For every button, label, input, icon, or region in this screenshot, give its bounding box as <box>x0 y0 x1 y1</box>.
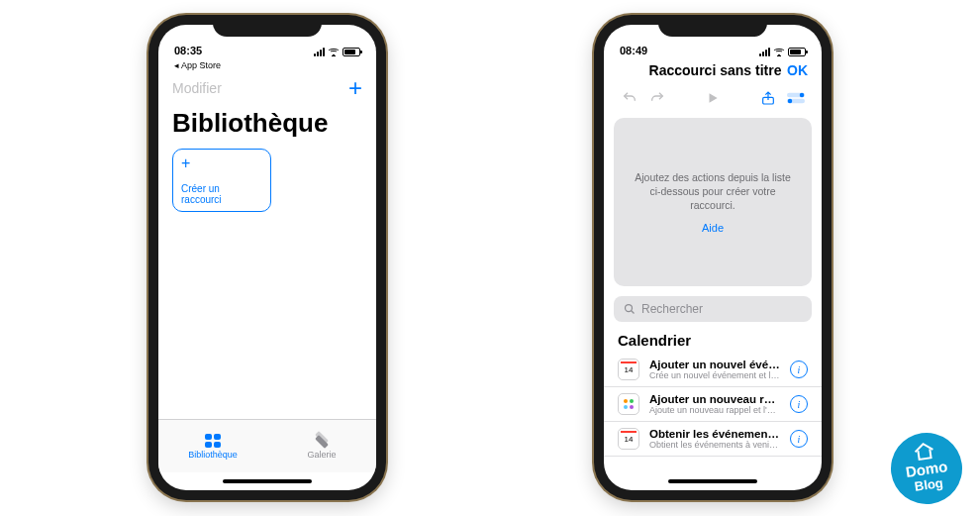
edit-button[interactable]: Modifier <box>172 80 222 96</box>
svg-point-2 <box>800 93 805 98</box>
back-to-app-store[interactable]: ◂ App Store <box>158 58 376 70</box>
svg-point-4 <box>788 99 793 104</box>
action-row[interactable]: 14 Ajouter un nouvel événement Crée un n… <box>604 353 822 387</box>
grid-icon <box>205 434 221 448</box>
action-row[interactable]: 14 Obtenir les événements à venir Obtien… <box>604 422 822 457</box>
stack-icon <box>314 434 330 448</box>
search-placeholder: Rechercher <box>641 302 703 316</box>
tab-library-label: Bibliothèque <box>188 450 238 460</box>
tab-gallery-label: Galerie <box>307 450 336 460</box>
search-icon <box>624 303 636 315</box>
wifi-icon <box>328 48 340 56</box>
empty-canvas: Ajoutez des actions depuis la liste ci-d… <box>614 118 812 286</box>
signal-icon <box>314 48 325 56</box>
search-input[interactable]: Rechercher <box>614 296 812 322</box>
signal-icon <box>759 48 770 56</box>
info-button[interactable]: i <box>790 395 808 413</box>
tab-gallery[interactable]: Galerie <box>267 420 376 472</box>
battery-icon <box>788 48 806 56</box>
editor-title: Raccourci sans titre <box>649 62 782 78</box>
section-title-calendar: Calendrier <box>604 330 822 353</box>
help-link[interactable]: Aide <box>702 222 724 234</box>
action-subtitle: Obtient les événements à venir du calend… <box>649 440 780 450</box>
calendar-icon: 14 <box>618 428 639 450</box>
editor-toolbar <box>604 84 822 118</box>
domoblog-logo: DomoBlog <box>886 428 966 508</box>
tab-library[interactable]: Bibliothèque <box>158 420 267 472</box>
battery-icon <box>343 48 360 56</box>
action-title: Obtenir les événements à venir <box>649 428 780 440</box>
run-button[interactable] <box>671 86 754 110</box>
status-time: 08:35 <box>174 45 202 56</box>
action-row[interactable]: Ajouter un nouveau rappel Ajoute un nouv… <box>604 387 822 422</box>
screen-editor: 08:49 Raccourci sans titre OK <box>604 25 822 490</box>
page-title: Bibliothèque <box>158 106 376 149</box>
add-shortcut-button[interactable]: + <box>348 76 362 100</box>
screen-library: 08:35 ◂ App Store Modifier + Bibliothèqu… <box>158 25 376 490</box>
action-subtitle: Crée un nouvel événement et l'ajoute au … <box>649 370 780 380</box>
share-button[interactable] <box>754 86 782 110</box>
settings-button[interactable] <box>782 86 810 110</box>
phone-editor: 08:49 Raccourci sans titre OK <box>594 15 832 500</box>
wifi-icon <box>773 48 785 56</box>
empty-canvas-text: Ajoutez des actions depuis la liste ci-d… <box>632 170 794 213</box>
create-shortcut-card[interactable]: + Créer un raccourci <box>172 149 271 212</box>
action-title: Ajouter un nouvel événement <box>649 359 780 370</box>
redo-button[interactable] <box>643 86 671 110</box>
action-subtitle: Ajoute un nouveau rappel et l'ajoute à l… <box>649 405 780 415</box>
info-button[interactable]: i <box>790 430 808 448</box>
undo-button[interactable] <box>616 86 643 110</box>
svg-point-5 <box>626 305 633 312</box>
plus-icon: + <box>181 155 262 171</box>
phone-library: 08:35 ◂ App Store Modifier + Bibliothèqu… <box>148 15 386 500</box>
home-indicator[interactable] <box>604 472 822 490</box>
notch <box>658 15 767 37</box>
calendar-icon: 14 <box>618 359 639 380</box>
notch <box>213 15 322 37</box>
reminders-icon <box>618 393 639 415</box>
status-time: 08:49 <box>620 45 647 56</box>
home-indicator[interactable] <box>158 472 376 490</box>
ok-button[interactable]: OK <box>787 62 808 78</box>
action-title: Ajouter un nouveau rappel <box>649 393 780 405</box>
tab-bar: Bibliothèque Galerie <box>158 419 376 472</box>
house-icon <box>910 439 938 462</box>
info-button[interactable]: i <box>790 361 808 378</box>
create-shortcut-label: Créer un raccourci <box>181 183 262 205</box>
